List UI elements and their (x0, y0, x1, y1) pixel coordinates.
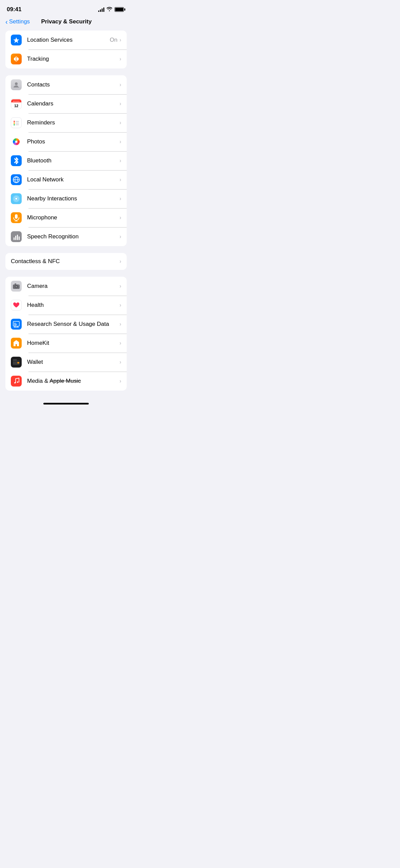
section-permissions: Contacts › ●●●●● 12 Calendars › (5, 75, 127, 246)
bluetooth-icon (11, 155, 22, 166)
back-chevron-icon: ‹ (5, 18, 8, 25)
health-row[interactable]: Health › (5, 296, 127, 315)
music-label: Media & Apple Music (27, 378, 120, 384)
page-title: Privacy & Security (30, 18, 103, 25)
camera-chevron: › (120, 283, 121, 289)
camera-icon (11, 281, 22, 292)
svg-rect-28 (15, 283, 16, 284)
svg-rect-41 (13, 359, 17, 360)
microphone-row[interactable]: Microphone › (5, 208, 127, 227)
local-network-chevron: › (120, 177, 121, 183)
svg-rect-9 (16, 121, 19, 122)
photos-chevron: › (120, 139, 121, 145)
research-chevron: › (120, 321, 121, 327)
photos-icon (11, 136, 22, 147)
status-time: 09:41 (7, 6, 21, 13)
health-label: Health (27, 302, 120, 309)
microphone-icon (11, 212, 22, 223)
reminders-row[interactable]: Reminders › (5, 113, 127, 132)
location-services-icon (11, 35, 22, 45)
local-network-label: Local Network (27, 176, 120, 183)
calendars-label: Calendars (27, 100, 120, 107)
location-services-label: Location Services (27, 37, 110, 43)
contactless-nfc-chevron: › (120, 258, 121, 264)
svg-point-8 (14, 124, 15, 125)
calendars-chevron: › (120, 101, 121, 107)
signal-icon (98, 7, 104, 12)
home-indicator (43, 403, 89, 405)
section-location: Location Services On › Tracking › (5, 31, 127, 68)
bluetooth-label: Bluetooth (27, 157, 120, 164)
music-icon (11, 376, 22, 387)
research-row[interactable]: Research Sensor & Usage Data › (5, 315, 127, 334)
photos-row[interactable]: Photos › (5, 132, 127, 151)
homekit-chevron: › (120, 340, 121, 346)
reminders-chevron: › (120, 120, 121, 126)
svg-rect-11 (16, 124, 19, 125)
local-network-row[interactable]: Local Network › (5, 170, 127, 189)
section-media: Camera › Health › Research Sensor & Usag… (5, 277, 127, 391)
contacts-row[interactable]: Contacts › (5, 75, 127, 94)
location-services-row[interactable]: Location Services On › (5, 31, 127, 50)
tracking-chevron: › (120, 56, 121, 62)
calendars-icon: ●●●●● 12 (11, 98, 22, 109)
status-icons (98, 6, 125, 13)
nearby-interactions-label: Nearby Interactions (27, 195, 120, 202)
svg-rect-21 (14, 237, 15, 240)
battery-icon (114, 7, 125, 12)
reminders-label: Reminders (27, 119, 120, 126)
speech-recognition-icon (11, 231, 22, 242)
wallet-icon (11, 357, 22, 368)
bluetooth-row[interactable]: Bluetooth › (5, 151, 127, 170)
speech-recognition-label: Speech Recognition (27, 233, 120, 240)
research-label: Research Sensor & Usage Data (27, 321, 120, 328)
svg-point-12 (15, 141, 18, 143)
microphone-chevron: › (120, 215, 121, 221)
contacts-icon (11, 79, 22, 90)
bluetooth-chevron: › (120, 158, 121, 164)
tracking-label: Tracking (27, 56, 120, 62)
svg-point-15 (15, 198, 17, 200)
svg-point-27 (16, 286, 17, 288)
location-services-chevron: › (120, 37, 121, 43)
camera-row[interactable]: Camera › (5, 277, 127, 296)
homekit-row[interactable]: HomeKit › (5, 334, 127, 353)
back-label: Settings (9, 18, 30, 25)
contactless-nfc-label: Contactless & NFC (11, 258, 120, 265)
camera-label: Camera (27, 283, 120, 290)
tracking-row[interactable]: Tracking › (5, 50, 127, 68)
svg-rect-18 (15, 214, 18, 219)
wifi-icon (106, 6, 112, 13)
calendars-row[interactable]: ●●●●● 12 Calendars › (5, 94, 127, 113)
research-icon (11, 319, 22, 330)
nearby-interactions-chevron: › (120, 196, 121, 202)
local-network-icon (11, 174, 22, 185)
reminders-icon (11, 117, 22, 128)
speech-recognition-row[interactable]: Speech Recognition › (5, 227, 127, 246)
music-chevron: › (120, 378, 121, 384)
music-row[interactable]: Media & Apple Music › (5, 372, 127, 391)
svg-point-29 (18, 285, 19, 285)
svg-point-0 (16, 58, 17, 60)
svg-rect-23 (17, 235, 18, 240)
microphone-label: Microphone (27, 214, 120, 221)
svg-rect-40 (17, 362, 19, 363)
wallet-label: Wallet (27, 359, 120, 366)
wallet-row[interactable]: Wallet › (5, 353, 127, 372)
speech-recognition-chevron: › (120, 234, 121, 240)
tracking-icon (11, 54, 22, 64)
contacts-label: Contacts (27, 81, 120, 88)
homekit-icon (11, 338, 22, 349)
nearby-interactions-icon (11, 193, 22, 204)
contactless-nfc-row[interactable]: Contactless & NFC › (5, 253, 127, 270)
bottom-bar (0, 397, 132, 410)
health-chevron: › (120, 302, 121, 308)
svg-rect-30 (13, 321, 19, 326)
wallet-chevron: › (120, 359, 121, 365)
nearby-interactions-row[interactable]: Nearby Interactions › (5, 189, 127, 208)
nav-bar: ‹ Settings Privacy & Security (0, 17, 132, 31)
homekit-label: HomeKit (27, 340, 120, 347)
photos-label: Photos (27, 138, 120, 145)
back-button[interactable]: ‹ Settings (5, 18, 30, 25)
svg-rect-10 (16, 123, 19, 123)
